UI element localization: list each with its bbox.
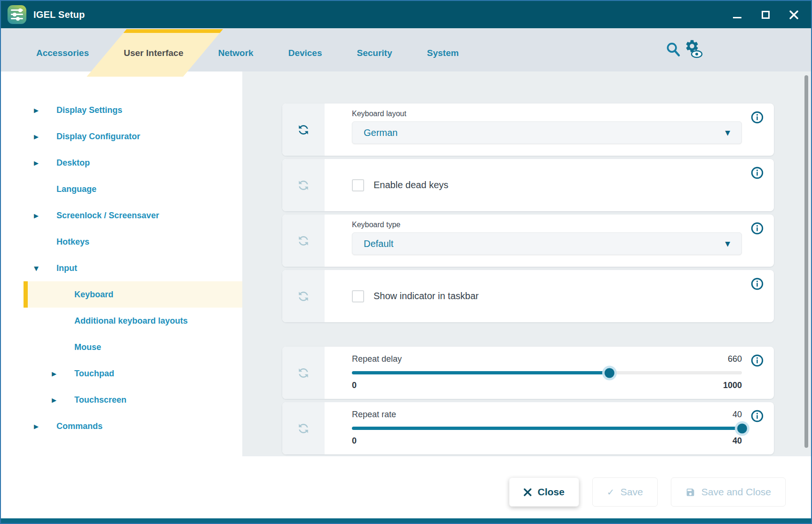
slider-thumb[interactable] — [605, 368, 614, 378]
tab-devices[interactable]: Devices — [288, 48, 322, 58]
window-controls — [731, 8, 800, 21]
info-icon — [751, 354, 764, 367]
chevron-right-icon: ▶ — [48, 370, 60, 377]
sidebar-item-commands[interactable]: ▶ Commands — [1, 413, 242, 439]
sidebar-item-keyboard[interactable]: Keyboard — [1, 281, 242, 308]
close-button-label: Close — [538, 486, 565, 498]
sidebar-item-label: Input — [56, 263, 77, 273]
setting-row-show-indicator: Show indicator in taskbar — [282, 270, 774, 322]
info-button[interactable] — [751, 354, 764, 367]
bottom-accent-bar — [1, 518, 811, 523]
enable-dead-keys-checkbox[interactable] — [352, 179, 364, 191]
maximize-button[interactable] — [759, 8, 772, 21]
chevron-down-icon: ▼ — [30, 265, 42, 272]
sidebar-item-display-settings[interactable]: ▶ Display Settings — [1, 97, 242, 123]
info-icon — [751, 410, 764, 422]
sidebar-item-language[interactable]: Language — [1, 176, 242, 202]
reset-icon — [294, 286, 313, 306]
sidebar-item-additional-keyboard-layouts[interactable]: Additional keyboard layouts — [1, 308, 242, 334]
tab-system[interactable]: System — [427, 48, 459, 58]
save-button[interactable]: ✓ Save — [592, 477, 658, 507]
reset-to-default-button[interactable] — [282, 402, 325, 454]
chevron-right-icon: ▶ — [30, 133, 42, 140]
info-button[interactable] — [751, 222, 764, 235]
chevron-right-icon: ▶ — [30, 159, 42, 167]
minimize-icon — [733, 17, 741, 18]
vertical-scrollbar-thumb[interactable] — [804, 75, 808, 448]
reset-to-default-button[interactable] — [282, 347, 325, 399]
search-icon — [665, 41, 681, 58]
close-window-button[interactable] — [788, 8, 800, 21]
field-label: Keyboard type — [352, 221, 742, 229]
chevron-right-icon: ▶ — [48, 397, 60, 404]
sidebar-item-mouse[interactable]: Mouse — [1, 334, 242, 360]
reset-to-default-button[interactable] — [282, 159, 325, 211]
sidebar-item-label: Language — [56, 184, 96, 194]
sidebar-item-display-configurator[interactable]: ▶ Display Configurator — [1, 123, 242, 150]
repeat-delay-slider[interactable] — [352, 371, 742, 374]
repeat-rate-slider[interactable] — [352, 427, 742, 430]
slider-glyph — [11, 14, 23, 15]
info-button[interactable] — [751, 410, 764, 422]
show-indicator-checkbox[interactable] — [352, 290, 364, 302]
sidebar-item-screenlock-screensaver[interactable]: ▶ Screenlock / Screensaver — [1, 202, 242, 229]
igel-setup-window: IGEL Setup Accessories User Interface Ne… — [0, 0, 812, 524]
save-and-close-button[interactable]: Save and Close — [671, 477, 786, 507]
check-icon: ✓ — [607, 487, 614, 497]
view-settings-button[interactable] — [685, 39, 705, 61]
tab-accessories[interactable]: Accessories — [36, 48, 89, 58]
save-button-label: Save — [621, 486, 643, 498]
sidebar-item-label: Display Configurator — [56, 132, 140, 142]
sidebar-item-label: Commands — [56, 421, 103, 431]
tab-security[interactable]: Security — [357, 48, 392, 58]
checkbox-label: Enable dead keys — [374, 180, 448, 191]
sidebar-item-label: Hotkeys — [56, 237, 89, 247]
setting-row-keyboard-layout: Keyboard layout German ▼ — [282, 103, 774, 156]
slider-fill — [352, 427, 742, 430]
slider-glyph — [11, 9, 23, 11]
info-button[interactable] — [751, 278, 764, 290]
chevron-right-icon: ▶ — [30, 423, 42, 430]
sidebar-item-label: Touchscreen — [74, 395, 127, 405]
main-area: ▶ Display Settings ▶ Display Configurato… — [1, 71, 811, 456]
info-button[interactable] — [751, 167, 764, 179]
sidebar-item-label: Keyboard — [74, 290, 113, 300]
chevron-right-icon: ▶ — [30, 107, 42, 114]
keyboard-type-select[interactable]: Default ▼ — [352, 232, 742, 255]
reset-icon — [294, 119, 313, 139]
reset-to-default-button[interactable] — [282, 214, 325, 267]
reset-icon — [294, 230, 313, 250]
close-x-icon — [524, 488, 532, 496]
selected-value: German — [364, 127, 725, 138]
sidebar-item-desktop[interactable]: ▶ Desktop — [1, 150, 242, 176]
tab-user-interface[interactable]: User Interface — [124, 48, 183, 58]
slider-thumb[interactable] — [737, 423, 747, 433]
slider-current-value: 40 — [732, 410, 742, 420]
reset-to-default-button[interactable] — [282, 270, 325, 322]
reset-icon — [294, 418, 313, 438]
reset-to-default-button[interactable] — [282, 103, 325, 156]
slider-fill — [352, 371, 609, 374]
info-icon — [751, 111, 764, 124]
sidebar-item-label: Additional keyboard layouts — [74, 316, 188, 326]
sidebar-item-hotkeys[interactable]: Hotkeys — [1, 229, 242, 255]
search-button[interactable] — [665, 41, 681, 60]
eye-icon — [691, 50, 703, 58]
setting-row-keyboard-type: Keyboard type Default ▼ — [282, 214, 774, 267]
slider-max: 40 — [732, 436, 742, 446]
sidebar-item-input[interactable]: ▼ Input — [1, 255, 242, 281]
chevron-right-icon: ▶ — [30, 212, 42, 219]
minimize-button[interactable] — [731, 8, 743, 21]
sidebar-item-touchscreen[interactable]: ▶ Touchscreen — [1, 387, 242, 413]
info-button[interactable] — [751, 111, 764, 124]
maximize-icon — [762, 11, 770, 19]
tabbar: Accessories User Interface Network Devic… — [1, 28, 811, 71]
slider-label: Repeat delay — [352, 354, 402, 364]
tab-network[interactable]: Network — [218, 48, 254, 58]
keyboard-layout-select[interactable]: German ▼ — [352, 121, 742, 144]
info-icon — [751, 167, 764, 179]
close-icon — [789, 10, 798, 19]
sidebar-item-touchpad[interactable]: ▶ Touchpad — [1, 360, 242, 387]
slider-label: Repeat rate — [352, 410, 396, 420]
close-button[interactable]: Close — [509, 477, 579, 507]
